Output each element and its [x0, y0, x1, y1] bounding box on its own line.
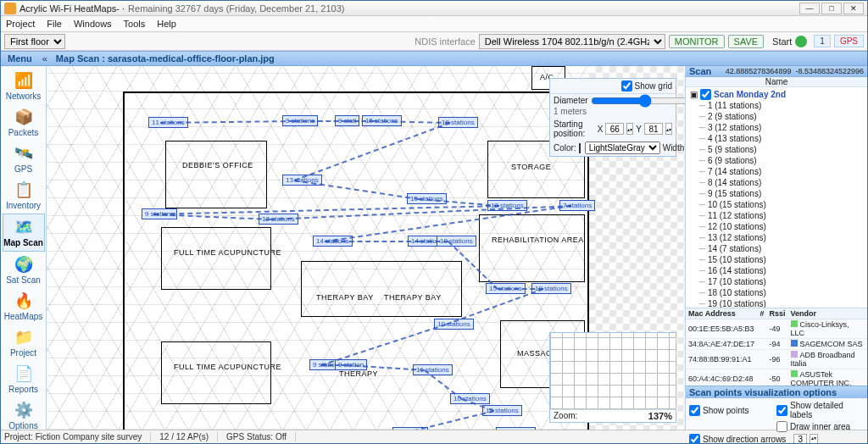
start-y-spin[interactable]: ▴▾ [665, 123, 672, 135]
options-icon: ⚙️ [12, 400, 36, 420]
gps-button[interactable]: GPS [834, 35, 864, 47]
tree-node[interactable]: 7 (14 stations) [699, 166, 865, 177]
table-row[interactable]: 34:8A:AE:47:DE:17-94SAGEMCOM SAS [686, 339, 867, 350]
tree-node[interactable]: 1 (11 stations) [699, 100, 865, 111]
sidebar-item-packets[interactable]: 📦Packets [3, 104, 45, 141]
minimap-panel[interactable]: Zoom:137% [549, 332, 676, 423]
counter-button[interactable]: 1 [814, 35, 831, 47]
tree-node[interactable]: 13 (12 stations) [699, 232, 865, 243]
scan-root-checkbox[interactable] [700, 89, 711, 100]
start-y-input[interactable] [644, 123, 663, 135]
context-menu[interactable]: Menu [1, 53, 39, 64]
start-button[interactable] [795, 36, 807, 47]
menu-windows[interactable]: Windows [74, 19, 112, 29]
scan-point[interactable]: 14 stations [496, 427, 536, 430]
tree-node[interactable]: 2 (9 stations) [699, 111, 865, 122]
tree-node[interactable]: 12 (10 stations) [699, 221, 865, 232]
tree-node[interactable]: 14 (7 stations) [699, 243, 865, 254]
sidebar-item-project[interactable]: 📁Project [3, 325, 45, 361]
tree-node[interactable]: 11 (12 stations) [699, 210, 865, 221]
license-remaining: Remaining 32767 days (Friday, December 2… [128, 3, 344, 14]
arrows-count-input[interactable] [793, 434, 807, 444]
table-row[interactable]: 74:88:8B:99:91:A1-96ADB Broadband Italia [686, 350, 867, 369]
tree-node[interactable]: 4 (13 stations) [699, 133, 865, 144]
floor-selector[interactable]: First floor [4, 34, 65, 49]
tree-node[interactable]: 17 (10 stations) [699, 276, 865, 287]
opt-show-arrows[interactable]: Show direction arrows ▴▾ [689, 434, 864, 444]
table-row[interactable]: 60:A4:4C:69:D2:48-50ASUSTek COMPUTER INC… [686, 369, 867, 386]
opt-draw-inner[interactable]: Draw inner area [776, 421, 864, 432]
tree-node[interactable]: 18 (10 stations) [699, 287, 865, 298]
start-x-input[interactable] [605, 123, 624, 135]
arrows-spin[interactable]: ▴▾ [810, 434, 818, 444]
tree-node[interactable]: 5 (9 stations) [699, 144, 865, 155]
start-x-spin[interactable]: ▴▾ [626, 123, 633, 135]
tree-expand-icon[interactable]: ▣ [690, 90, 698, 99]
mac-table[interactable]: Mac Address # Rssi Vendor 00:1E:E5:5B:A5… [686, 308, 867, 386]
sidebar-item-map-scan[interactable]: 🗺️Map Scan [3, 214, 45, 252]
tree-node[interactable]: 16 (14 stations) [699, 265, 865, 276]
menu-project[interactable]: Project [6, 19, 35, 29]
status-project: Project: Fiction Company site survey [4, 432, 151, 441]
sidebar-item-label: Project [3, 348, 45, 358]
window-maximize-button[interactable]: □ [821, 3, 842, 14]
grid-color-swatch[interactable] [579, 143, 581, 153]
menu-tools[interactable]: Tools [124, 19, 146, 29]
col-vendor[interactable]: Vendor [788, 308, 867, 319]
ndis-interface-select[interactable]: Dell Wireless 1704 802.11b/g/n (2.4GHz) [479, 34, 665, 49]
show-grid-toggle[interactable]: Show grid [621, 80, 672, 92]
map-canvas[interactable]: A/C DEBBIE'S OFFICE STORAGE FULL TIME AC… [47, 66, 685, 430]
ndis-label: NDIS interface [415, 36, 476, 47]
scan-tree[interactable]: ▣Scan Monday 2nd 1 (11 stations)2 (9 sta… [686, 87, 867, 308]
window-titlebar: Acrylic Wi-Fi HeatMaps - · Remaining 327… [1, 1, 867, 16]
inventory-icon: 📋 [12, 180, 36, 200]
tree-node[interactable]: 10 (15 stations) [699, 199, 865, 210]
menu-file[interactable]: File [47, 19, 62, 29]
save-button[interactable]: SAVE [728, 35, 765, 48]
chk-show-arrows[interactable] [689, 434, 700, 444]
col-hash[interactable]: # [758, 308, 767, 319]
sidebar-item-gps[interactable]: 🛰️GPS [3, 141, 45, 177]
sidebar-item-inventory[interactable]: 📋Inventory [3, 177, 45, 214]
chk-show-labels[interactable] [776, 405, 787, 416]
sidebar-item-label: Packets [3, 128, 45, 137]
table-row[interactable]: 00:1E:E5:5B:A5:B3-49Cisco-Linksys, LLC [686, 319, 867, 339]
menu-help[interactable]: Help [157, 19, 176, 29]
grid-color-select[interactable]: LightSlateGray [585, 142, 660, 154]
sat scan-icon: 🌍 [12, 254, 36, 275]
sidebar-item-options[interactable]: ⚙️Options [3, 397, 45, 434]
show-grid-checkbox[interactable] [621, 80, 632, 92]
room-ft2 [161, 341, 271, 404]
minimap-thumbnail[interactable] [550, 333, 676, 409]
context-title: Map Scan : [56, 53, 108, 64]
collapse-sidebar-icon[interactable]: « [39, 53, 51, 64]
tree-node[interactable]: 6 (9 stations) [699, 155, 865, 166]
tree-node[interactable]: 9 (15 stations) [699, 188, 865, 199]
diameter-slider[interactable] [591, 97, 685, 105]
app-icon [4, 3, 16, 14]
opt-show-points[interactable]: Show points [689, 401, 776, 419]
monitor-button[interactable]: MONITOR [669, 35, 725, 48]
grid-options-panel[interactable]: Show grid Diameter 1 meters Starting pos… [549, 78, 676, 157]
chk-show-points[interactable] [689, 405, 700, 416]
sidebar-item-heatmaps[interactable]: 🔥HeatMaps [3, 288, 45, 325]
tree-node[interactable]: 8 (14 stations) [699, 177, 865, 188]
zoom-value: 137% [648, 411, 672, 421]
sidebar-item-sat-scan[interactable]: 🌍Sat Scan [3, 252, 45, 288]
opt-show-labels[interactable]: Show detailed labels [776, 401, 864, 419]
scan-root-label[interactable]: Scan Monday 2nd [714, 90, 786, 99]
project-icon: 📁 [12, 327, 36, 347]
sidebar-item-reports[interactable]: 📄Reports [3, 361, 45, 397]
chk-draw-inner[interactable] [776, 421, 787, 432]
diameter-label: Diameter [554, 96, 588, 105]
col-rssi[interactable]: Rssi [767, 308, 788, 319]
tree-node[interactable]: 15 (10 stations) [699, 254, 865, 265]
window-minimize-button[interactable]: — [799, 3, 820, 14]
menu-bar: Project File Windows Tools Help [1, 16, 867, 32]
col-mac[interactable]: Mac Address [686, 308, 758, 319]
tree-node[interactable]: 3 (12 stations) [699, 122, 865, 133]
networks-icon: 📶 [12, 70, 36, 91]
window-close-button[interactable]: ✕ [843, 3, 864, 14]
sidebar-item-networks[interactable]: 📶Networks [3, 68, 45, 104]
tree-node[interactable]: 19 (10 stations) [699, 298, 865, 308]
